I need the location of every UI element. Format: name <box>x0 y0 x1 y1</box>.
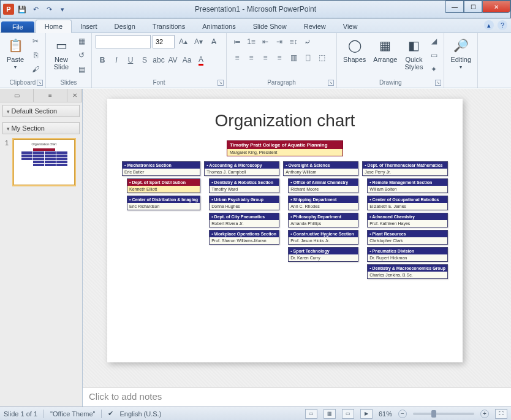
org-node[interactable]: ▪ Mechatronics SectionEric Butler <box>122 161 200 176</box>
org-node[interactable]: ▪ Dept. of City PneumaticsRobert Rivera … <box>209 213 279 227</box>
format-painter-icon[interactable]: 🖌 <box>29 63 42 75</box>
clear-format-icon[interactable]: A̶ <box>207 35 221 48</box>
font-color-icon[interactable]: A <box>194 53 208 67</box>
reset-icon[interactable]: ↺ <box>75 49 88 61</box>
undo-icon[interactable]: ↶ <box>30 4 41 15</box>
bold-button[interactable]: B <box>96 53 109 67</box>
sorter-view-icon[interactable]: ▦ <box>324 409 336 419</box>
bullets-icon[interactable]: ≔ <box>230 35 244 48</box>
org-node[interactable]: ▪ Dentistry & Robotics SectionTimothy Wa… <box>209 178 279 193</box>
slide[interactable]: Organization chart Timothy Pratt College… <box>107 99 463 362</box>
editing-button[interactable]: 🔎Editing▾ <box>448 35 474 71</box>
change-case-icon[interactable]: Aa <box>180 53 194 67</box>
align-left-icon[interactable]: ≡ <box>230 51 244 64</box>
org-node[interactable]: ▪ Accounting & MicroscopyThomas J. Campb… <box>204 161 279 176</box>
text-direction-icon[interactable]: ⤾ <box>301 35 314 48</box>
line-spacing-icon[interactable]: ≡↕ <box>287 35 300 48</box>
save-icon[interactable]: 💾 <box>17 4 28 15</box>
layout-icon[interactable]: ▦ <box>75 35 88 47</box>
normal-view-icon[interactable]: ▭ <box>305 409 317 419</box>
section-header-default[interactable]: Default Section <box>2 105 80 117</box>
paste-button[interactable]: 📋 Paste ▾ <box>4 35 27 71</box>
org-node[interactable]: ▪ Constructive Hygiene SectionProf. Jaso… <box>288 230 358 245</box>
char-spacing-icon[interactable]: AV <box>166 53 180 67</box>
org-node[interactable]: ▪ Dept. of Sport DistributionKenneth Ell… <box>127 178 200 193</box>
close-panel-icon[interactable]: ✕ <box>67 89 82 102</box>
smartart-icon[interactable]: ⬚ <box>315 51 328 64</box>
org-node[interactable]: ▪ Remote Management SectionWilliam Bolto… <box>367 178 448 193</box>
org-root-node[interactable]: Timothy Pratt College of Aquatic Plannin… <box>227 140 343 156</box>
copy-icon[interactable]: ⎘ <box>29 49 42 61</box>
slides-tab[interactable]: ▭ <box>0 89 34 102</box>
numbering-icon[interactable]: 1≡ <box>244 35 258 48</box>
strike-button[interactable]: S <box>138 53 151 67</box>
dialog-launcher-icon[interactable]: ↘ <box>328 80 334 86</box>
tab-animations[interactable]: Animations <box>194 20 244 32</box>
org-node[interactable]: ▪ Urban Psychiatry GroupDonna Hughes <box>209 196 279 210</box>
minimize-button[interactable]: — <box>445 1 464 13</box>
align-center-icon[interactable]: ≡ <box>244 51 258 64</box>
tab-home[interactable]: Home <box>36 20 72 33</box>
dialog-launcher-icon[interactable]: ↘ <box>37 80 43 86</box>
org-node[interactable]: ▪ Plant ResourcesChristopher Clark <box>367 230 448 245</box>
org-node[interactable]: ▪ Philosophy DepartmentAmanda Phillips <box>288 213 358 227</box>
slideshow-view-icon[interactable]: ▶ <box>360 409 373 419</box>
align-right-icon[interactable]: ≡ <box>259 51 272 64</box>
shrink-font-icon[interactable]: A▾ <box>192 35 205 48</box>
org-node[interactable]: ▪ Dentistry & Macroeconomics GroupCharle… <box>367 264 448 279</box>
notes-pane[interactable]: Click to add notes <box>83 387 511 407</box>
underline-button[interactable]: U <box>124 53 137 67</box>
dialog-launcher-icon[interactable]: ↘ <box>218 80 224 86</box>
org-node[interactable]: ▪ Dept. of Thermonuclear MathematicsJose… <box>362 161 448 176</box>
qat-more-icon[interactable]: ▾ <box>57 4 68 15</box>
quick-styles-button[interactable]: ◧Quick Styles <box>402 35 425 72</box>
zoom-slider[interactable] <box>413 413 474 415</box>
org-node[interactable]: ▪ Oversight & ScienceAnthony William <box>283 161 358 176</box>
section-icon[interactable]: ▤ <box>75 63 88 75</box>
maximize-button[interactable]: ☐ <box>464 1 482 13</box>
app-icon[interactable]: P <box>3 4 14 15</box>
shape-fill-icon[interactable]: ◢ <box>428 35 440 47</box>
redo-icon[interactable]: ↷ <box>44 4 55 15</box>
tab-transitions[interactable]: Transitions <box>144 20 194 32</box>
tab-slide-show[interactable]: Slide Show <box>244 20 295 32</box>
org-node[interactable]: ▪ Pneumatics DivisionDr. Rupert Hickman <box>367 247 448 262</box>
tab-review[interactable]: Review <box>295 20 335 32</box>
close-button[interactable]: ✕ <box>482 1 510 13</box>
reading-view-icon[interactable]: ▭ <box>342 409 354 419</box>
cut-icon[interactable]: ✂ <box>29 35 42 47</box>
outline-tab[interactable]: ≡ <box>34 89 67 102</box>
org-node[interactable]: ▪ Center of Distribution & ImagingEric R… <box>127 196 200 210</box>
shape-effects-icon[interactable]: ✦ <box>428 63 440 75</box>
dialog-launcher-icon[interactable]: ↘ <box>435 80 441 86</box>
org-node[interactable]: ▪ Office of Animal ChemistryRichard Moor… <box>288 178 358 193</box>
spellcheck-icon[interactable]: ✔ <box>108 410 113 418</box>
tab-view[interactable]: View <box>335 20 366 32</box>
tab-design[interactable]: Design <box>106 20 144 32</box>
font-name-input[interactable] <box>96 35 151 48</box>
align-text-icon[interactable]: ⎕ <box>301 51 314 64</box>
org-chart[interactable]: ▪ Mechatronics SectionEric Butler▪ Dept.… <box>122 161 448 279</box>
justify-icon[interactable]: ≡ <box>273 51 286 64</box>
arrange-button[interactable]: ▦Arrange <box>371 35 399 64</box>
slide-canvas-area[interactable]: Organization chart Timothy Pratt College… <box>83 89 511 407</box>
org-node[interactable]: ▪ Shipping DepartmentAnn C. Rhodes <box>288 196 358 210</box>
shape-outline-icon[interactable]: ▭ <box>428 49 440 61</box>
font-size-input[interactable] <box>153 35 175 48</box>
file-tab[interactable]: File <box>1 21 34 32</box>
shapes-button[interactable]: ◯Shapes <box>341 35 368 64</box>
minimize-ribbon-icon[interactable]: ▴ <box>484 20 494 30</box>
new-slide-button[interactable]: ▭ New Slide <box>50 35 73 72</box>
org-node[interactable]: ▪ Center of Occupational RoboticsElizabe… <box>367 196 448 210</box>
dec-indent-icon[interactable]: ⇤ <box>259 35 272 48</box>
italic-button[interactable]: I <box>110 53 123 67</box>
slide-thumbnail[interactable]: Organization chart <box>13 139 75 185</box>
fit-to-window-icon[interactable]: ⛶ <box>495 409 507 419</box>
tab-insert[interactable]: Insert <box>72 20 106 32</box>
slide-title[interactable]: Organization chart <box>122 111 448 131</box>
org-node[interactable]: ▪ Workplace Operations SectionProf. Shar… <box>209 230 279 245</box>
shadow-button[interactable]: abс <box>152 53 165 67</box>
zoom-level[interactable]: 61% <box>379 410 392 418</box>
org-node[interactable]: ▪ Sport TechnologyDr. Karen Curry <box>288 247 358 262</box>
help-icon[interactable]: ? <box>498 20 507 30</box>
